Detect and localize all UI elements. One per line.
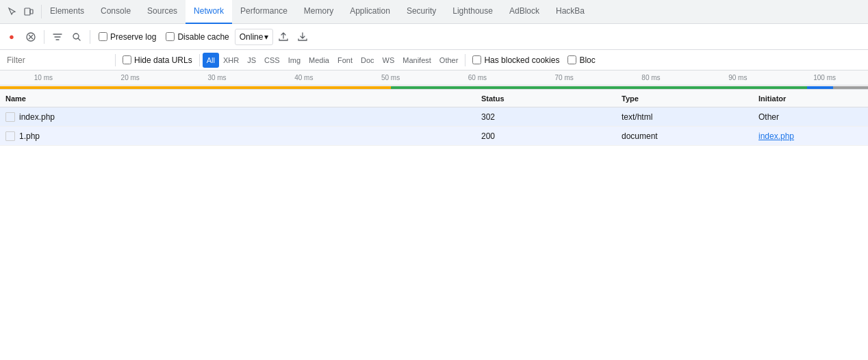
row-filename-1: index.php bbox=[19, 112, 55, 122]
filter-type-img[interactable]: Img bbox=[284, 53, 305, 68]
cell-type-2: document bbox=[616, 131, 753, 141]
tab-sources[interactable]: Sources bbox=[139, 0, 186, 24]
cell-type-1: text/html bbox=[616, 112, 753, 122]
hide-data-urls-checkbox[interactable]: Hide data URLs bbox=[118, 55, 196, 65]
has-blocked-cookies-checkbox[interactable]: Has blocked cookies bbox=[468, 55, 563, 65]
divider-2 bbox=[90, 30, 90, 44]
filter-type-font[interactable]: Font bbox=[333, 53, 357, 68]
table-row[interactable]: index.php 302 text/html Other bbox=[0, 107, 868, 127]
download-button[interactable] bbox=[294, 28, 311, 46]
network-toolbar: ● Preserve log Disable cache Online ▾ bbox=[0, 24, 868, 50]
column-status[interactable]: Status bbox=[476, 94, 616, 103]
timeline-label-90ms: 90 ms bbox=[694, 74, 781, 81]
filter-type-ws[interactable]: WS bbox=[379, 53, 399, 68]
has-blocked-cookies-input[interactable] bbox=[472, 55, 481, 64]
content-area: Name Status Type Initiator index.php 302… bbox=[0, 90, 868, 146]
timeline-labels: 10 ms 20 ms 30 ms 40 ms 50 ms 60 ms 70 m… bbox=[0, 70, 868, 85]
filter-type-js[interactable]: JS bbox=[243, 53, 260, 68]
tab-network[interactable]: Network bbox=[186, 0, 232, 24]
filter-type-other[interactable]: Other bbox=[435, 53, 463, 68]
disable-cache-input[interactable] bbox=[166, 32, 175, 41]
cell-name-1: index.php bbox=[0, 112, 476, 122]
filter-sep-2 bbox=[199, 54, 200, 66]
timeline-label-30ms: 30 ms bbox=[174, 74, 261, 81]
blocked-input[interactable] bbox=[567, 55, 576, 64]
timeline-label-70ms: 70 ms bbox=[521, 74, 608, 81]
column-name[interactable]: Name bbox=[0, 94, 476, 103]
column-type[interactable]: Type bbox=[616, 94, 753, 103]
blocked-checkbox[interactable]: Bloc bbox=[563, 55, 599, 65]
throttle-select[interactable]: Online ▾ bbox=[235, 29, 274, 45]
timeline-label-80ms: 80 ms bbox=[608, 74, 695, 81]
timeline-label-10ms: 10 ms bbox=[0, 74, 87, 81]
svg-rect-0 bbox=[25, 8, 30, 15]
tab-lighthouse[interactable]: Lighthouse bbox=[444, 0, 501, 24]
tab-performance[interactable]: Performance bbox=[232, 0, 296, 24]
tab-application[interactable]: Application bbox=[342, 0, 398, 24]
network-table-header: Name Status Type Initiator bbox=[0, 90, 868, 107]
timeline-label-40ms: 40 ms bbox=[260, 74, 347, 81]
initiator-link-2[interactable]: index.php bbox=[758, 131, 794, 141]
timeline-bar-green bbox=[391, 86, 808, 89]
timeline-label-20ms: 20 ms bbox=[87, 74, 174, 81]
device-toggle-icon[interactable] bbox=[22, 5, 36, 18]
tab-adblock[interactable]: AdBlock bbox=[501, 0, 548, 24]
filter-type-all[interactable]: All bbox=[203, 53, 219, 68]
tab-hackba[interactable]: HackBa bbox=[548, 0, 593, 24]
timeline-bar-yellow bbox=[0, 86, 391, 89]
filter-button[interactable] bbox=[49, 28, 66, 46]
filter-type-media[interactable]: Media bbox=[305, 53, 333, 68]
cell-status-1: 302 bbox=[476, 112, 616, 122]
search-button[interactable] bbox=[68, 28, 86, 46]
tab-security[interactable]: Security bbox=[398, 0, 444, 24]
cell-initiator-1: Other bbox=[753, 112, 868, 122]
chevron-down-icon: ▾ bbox=[264, 32, 268, 42]
record-button[interactable]: ● bbox=[3, 28, 21, 46]
row-filename-2: 1.php bbox=[19, 131, 40, 141]
clear-button[interactable] bbox=[22, 28, 40, 46]
tab-elements[interactable]: Elements bbox=[42, 0, 92, 24]
tab-bar: Elements Console Sources Network Perform… bbox=[0, 0, 868, 24]
filter-type-css[interactable]: CSS bbox=[260, 53, 284, 68]
filter-type-manifest[interactable]: Manifest bbox=[398, 53, 435, 68]
preserve-log-checkbox[interactable]: Preserve log bbox=[94, 32, 160, 42]
filter-bar: Hide data URLs All XHR JS CSS Img Media … bbox=[0, 50, 868, 70]
file-icon-2 bbox=[5, 131, 15, 141]
svg-rect-1 bbox=[30, 10, 33, 14]
tab-memory[interactable]: Memory bbox=[296, 0, 342, 24]
network-rows: index.php 302 text/html Other 1.php 200 … bbox=[0, 107, 868, 146]
cell-initiator-2: index.php bbox=[753, 131, 868, 141]
cell-status-2: 200 bbox=[476, 131, 616, 141]
timeline-bar-gray bbox=[833, 86, 868, 89]
filter-type-xhr[interactable]: XHR bbox=[219, 53, 243, 68]
cell-name-2: 1.php bbox=[0, 131, 476, 141]
column-initiator[interactable]: Initiator bbox=[753, 94, 868, 103]
hide-data-urls-input[interactable] bbox=[123, 55, 131, 64]
timeline-label-100ms: 100 ms bbox=[781, 74, 868, 81]
filter-sep-1 bbox=[115, 54, 116, 66]
filter-type-doc[interactable]: Doc bbox=[357, 53, 379, 68]
preserve-log-input[interactable] bbox=[99, 32, 107, 41]
devtools-icons bbox=[0, 5, 42, 18]
filter-input[interactable] bbox=[3, 51, 112, 69]
upload-button[interactable] bbox=[275, 28, 292, 46]
disable-cache-checkbox[interactable]: Disable cache bbox=[162, 32, 233, 42]
inspect-icon[interactable] bbox=[5, 5, 19, 18]
timeline-header: 10 ms 20 ms 30 ms 40 ms 50 ms 60 ms 70 m… bbox=[0, 70, 868, 86]
file-icon-1 bbox=[5, 112, 15, 122]
timeline-label-60ms: 60 ms bbox=[434, 74, 521, 81]
tab-console[interactable]: Console bbox=[92, 0, 139, 24]
timeline-label-50ms: 50 ms bbox=[347, 74, 434, 81]
divider-1 bbox=[44, 30, 44, 44]
filter-sep-3 bbox=[465, 54, 465, 66]
table-row[interactable]: 1.php 200 document index.php bbox=[0, 127, 868, 146]
